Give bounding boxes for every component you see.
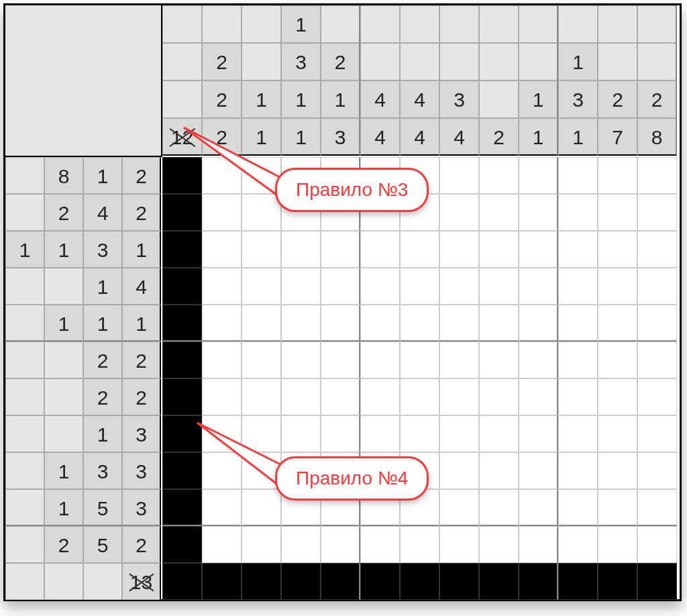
col-clue-4-0 [321, 5, 360, 43]
col-clue-12-2: 2 [637, 81, 677, 118]
row-clue-11-1 [44, 563, 83, 600]
grid-cell-5-1 [202, 342, 242, 378]
grid-cell-2-12 [637, 231, 677, 268]
grid-cell-6-4 [321, 378, 360, 415]
col-clue-12-3: 8 [637, 118, 677, 156]
grid-cell-8-11 [598, 452, 637, 489]
grid-cell-10-1 [202, 526, 242, 563]
grid-cell-8-1 [202, 452, 242, 489]
row-clue-1-0 [5, 194, 44, 231]
grid-cell-10-4 [321, 526, 360, 563]
grid-cell-4-3 [281, 305, 321, 342]
grid-cell-8-7 [439, 452, 479, 489]
grid-cell-1-0 [162, 194, 202, 231]
col-clue-7-1 [439, 43, 479, 81]
grid-cell-10-10 [558, 526, 598, 563]
grid-cell-6-6 [400, 378, 439, 415]
grid-cell-5-3 [281, 342, 321, 378]
col-clue-12-0 [637, 5, 677, 43]
grid-cell-10-8 [479, 526, 519, 563]
grid-cell-0-12 [637, 157, 677, 194]
grid-cell-0-1 [202, 157, 242, 194]
row-clue-7-2: 1 [83, 415, 122, 452]
grid-cell-9-2 [242, 489, 281, 526]
col-clue-1-0 [202, 5, 242, 43]
grid-cell-0-7 [439, 157, 479, 194]
grid-cell-7-7 [439, 415, 479, 452]
col-clue-5-0 [360, 5, 400, 43]
grid-cell-11-12 [637, 563, 677, 600]
nonogram-puzzle: 1222211131121344443421113127288122421131… [3, 3, 682, 601]
grid-cell-4-5 [360, 305, 400, 342]
col-clue-10-3: 1 [558, 118, 598, 156]
col-clue-6-1 [400, 43, 439, 81]
grid-cell-7-10 [558, 415, 598, 452]
grid-cell-10-7 [439, 526, 479, 563]
grid-cell-10-6 [400, 526, 439, 563]
grid-cell-7-11 [598, 415, 637, 452]
corner-blank [5, 5, 162, 157]
grid-cell-11-9 [519, 563, 558, 600]
grid-cell-6-2 [242, 378, 281, 415]
grid-cell-1-10 [558, 194, 598, 231]
grid-cell-8-10 [558, 452, 598, 489]
col-clue-8-0 [479, 5, 519, 43]
col-clue-2-3: 1 [242, 118, 281, 156]
grid-cell-9-0 [162, 489, 202, 526]
grid-cell-10-5 [360, 526, 400, 563]
grid-cell-8-0 [162, 452, 202, 489]
grid-cell-9-12 [637, 489, 677, 526]
grid-cell-6-11 [598, 378, 637, 415]
grid-cell-7-1 [202, 415, 242, 452]
grid-cell-3-7 [439, 268, 479, 305]
col-clue-10-1: 1 [558, 43, 598, 81]
row-clue-10-0 [5, 526, 44, 563]
col-clue-9-1 [519, 43, 558, 81]
grid-cell-1-12 [637, 194, 677, 231]
grid-cell-11-11 [598, 563, 637, 600]
col-clue-6-2: 4 [400, 81, 439, 118]
row-clue-0-1: 8 [44, 157, 83, 194]
grid-cell-7-0 [162, 415, 202, 452]
callout-rule3: Правило №3 [275, 168, 429, 212]
grid-cell-5-2 [242, 342, 281, 378]
diagram-container: 1222211131121344443421113127288122421131… [0, 0, 687, 616]
col-clue-11-0 [598, 5, 637, 43]
grid-cell-3-3 [281, 268, 321, 305]
grid-cell-0-9 [519, 157, 558, 194]
grid-cell-0-8 [479, 157, 519, 194]
grid-cell-2-7 [439, 231, 479, 268]
grid-cell-3-12 [637, 268, 677, 305]
col-clue-7-3: 4 [439, 118, 479, 156]
col-clue-9-2: 1 [519, 81, 558, 118]
grid-cell-6-1 [202, 378, 242, 415]
grid-cell-8-9 [519, 452, 558, 489]
grid-cell-3-0 [162, 268, 202, 305]
row-clue-6-1 [44, 378, 83, 415]
grid-cell-2-6 [400, 231, 439, 268]
grid-cell-4-10 [558, 305, 598, 342]
grid-cell-1-9 [519, 194, 558, 231]
row-clue-9-0 [5, 489, 44, 526]
col-clue-2-0 [242, 5, 281, 43]
grid-cell-5-9 [519, 342, 558, 378]
col-clue-9-0 [519, 5, 558, 43]
col-clue-3-0: 1 [281, 5, 321, 43]
grid-cell-10-12 [637, 526, 677, 563]
col-clue-0-0 [162, 5, 202, 43]
grid-cell-11-5 [360, 563, 400, 600]
col-clue-10-2: 3 [558, 81, 598, 118]
grid-cell-7-6 [400, 415, 439, 452]
grid-cell-4-0 [162, 305, 202, 342]
row-clue-7-1 [44, 415, 83, 452]
row-clue-4-2: 1 [83, 305, 122, 342]
col-clue-3-1: 3 [281, 43, 321, 81]
col-clue-5-3: 4 [360, 118, 400, 156]
grid-cell-6-10 [558, 378, 598, 415]
grid-cell-6-7 [439, 378, 479, 415]
col-clue-5-2: 4 [360, 81, 400, 118]
row-clue-3-1 [44, 268, 83, 305]
row-clue-6-0 [5, 378, 44, 415]
row-clue-2-1: 1 [44, 231, 83, 268]
grid-cell-6-0 [162, 378, 202, 415]
